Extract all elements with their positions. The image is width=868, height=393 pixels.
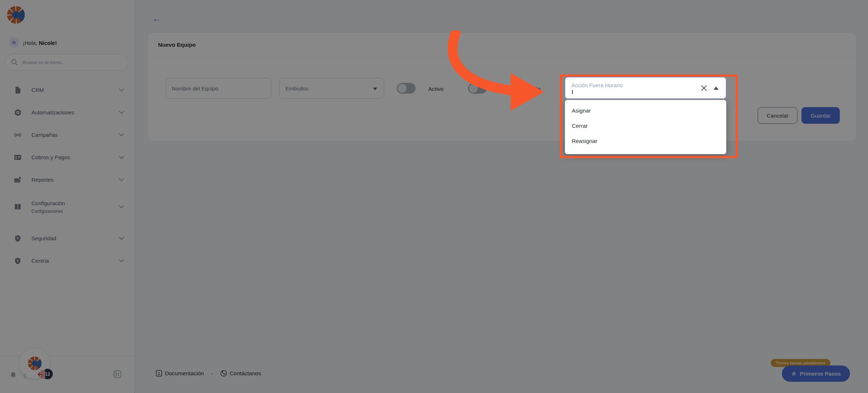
chevron-down-icon (373, 88, 377, 90)
funnels-select-label: Embudos (285, 85, 308, 92)
team-name-field (166, 78, 271, 99)
chevron-down-icon (119, 111, 124, 114)
option-reasignar[interactable]: Reasignar (565, 134, 726, 149)
sidebar-item-label: Reportes (31, 177, 54, 183)
chevron-down-icon (119, 259, 124, 262)
auto-assign-toggle[interactable] (468, 83, 487, 94)
team-name-input[interactable] (166, 78, 271, 98)
sidebar-item-label: Campañas (31, 132, 58, 138)
sidebar-item-label: Cobros y Pagos (31, 154, 70, 160)
documentation-label: Documentación (165, 370, 204, 377)
menu-search (5, 54, 128, 71)
collapse-chevron-up-icon[interactable] (714, 86, 719, 90)
sidebar-item-configuracion[interactable]: Configuración Configuraciones (0, 191, 135, 223)
contact-link[interactable]: Contáctanos (220, 370, 261, 377)
star-icon: ★ (791, 370, 796, 377)
primeros-pasos-button[interactable]: ★ Primeros Pasos (782, 365, 850, 382)
greeting-text: ¡Hola, Nicole! (23, 40, 57, 46)
reports-device-icon (13, 176, 22, 184)
shield-icon (13, 234, 22, 242)
chevron-down-icon (119, 206, 124, 208)
active-toggle-label: Activo (428, 86, 443, 92)
sidebar-item-crm[interactable]: CRM (0, 79, 135, 101)
action-combobox-input[interactable] (565, 80, 695, 90)
back-button[interactable]: ← (152, 14, 162, 24)
automation-gear-icon (13, 109, 22, 117)
primeros-pasos-label: Primeros Pasos (800, 371, 841, 377)
book-icon (13, 203, 22, 211)
sidebar-item-label: Automatizaciones (31, 109, 74, 115)
option-cerrar[interactable]: Cerrar (565, 118, 726, 134)
search-icon (11, 59, 18, 66)
toggle-knob (398, 84, 407, 93)
bell-icon[interactable] (9, 371, 17, 379)
save-button[interactable]: Guardar (801, 107, 840, 124)
sidebar: N ¡Hola, Nicole! CRM Automatizaciones (0, 0, 135, 393)
app-logo-icon (27, 356, 42, 371)
search-input[interactable] (22, 54, 124, 70)
contact-label: Contáctanos (230, 370, 261, 377)
sidebar-item-cobros-pagos[interactable]: Cobros y Pagos (0, 146, 135, 169)
page-title: Nuevo Equipo (158, 42, 196, 48)
sidebar-item-seguridad[interactable]: Seguridad (0, 227, 135, 250)
sidebar-item-centria[interactable]: Centria (0, 250, 135, 272)
chevron-down-icon (119, 237, 124, 240)
footer-links: Documentación - Contáctanos (156, 370, 261, 377)
toggle-knob (469, 84, 478, 93)
chevron-down-icon (119, 156, 124, 159)
sidebar-item-reportes[interactable]: Reportes (0, 169, 135, 191)
option-asignar[interactable]: Asignar (565, 103, 726, 118)
broadcast-icon (13, 131, 22, 139)
text-cursor (572, 90, 573, 94)
sidebar-item-label: Centria (31, 258, 49, 264)
action-fuera-horario-combobox[interactable] (565, 77, 726, 99)
active-toggle[interactable] (397, 83, 416, 94)
chevron-down-icon (119, 134, 124, 136)
clear-icon[interactable] (701, 85, 707, 91)
card-header: Nuevo Equipo (148, 33, 856, 57)
sidebar-nav: CRM Automatizaciones Campañas (0, 79, 135, 272)
logout-icon[interactable] (37, 369, 46, 379)
phone-icon (220, 370, 227, 377)
crm-file-icon (13, 86, 22, 94)
auto-assign-toggle-label: Auto Asignación (501, 86, 541, 92)
footer-separator: - (211, 370, 213, 377)
action-options-dropdown: Asignar Cerrar Reasignar (565, 100, 726, 154)
sidebar-item-automatizaciones[interactable]: Automatizaciones (0, 101, 135, 124)
greeting-prefix: ¡Hola, (23, 40, 37, 46)
sidebar-bottom-divider (0, 356, 135, 356)
dark-mode-moon-icon[interactable]: ☾ (23, 372, 29, 380)
sidebar-item-sublabel: Configuraciones (31, 209, 116, 214)
cancel-button[interactable]: Cancelar (758, 107, 797, 124)
sidebar-item-label: Configuración (31, 200, 65, 206)
greeting-name: Nicole! (39, 40, 57, 46)
collapse-sidebar-icon[interactable] (114, 370, 122, 378)
payments-card-icon (13, 153, 22, 161)
documentation-link[interactable]: Documentación (156, 370, 204, 377)
chevron-down-icon (119, 89, 124, 92)
sidebar-item-campanas[interactable]: Campañas (0, 124, 135, 146)
chevron-down-icon (119, 178, 124, 181)
shield-icon (13, 257, 22, 265)
funnels-select[interactable]: Embudos (279, 78, 384, 99)
document-smiley-icon (156, 370, 162, 377)
avatar[interactable]: N (9, 37, 19, 48)
sidebar-item-label: CRM (31, 87, 44, 93)
sidebar-item-label: Seguridad (31, 235, 56, 241)
app-logo-icon (7, 5, 25, 24)
